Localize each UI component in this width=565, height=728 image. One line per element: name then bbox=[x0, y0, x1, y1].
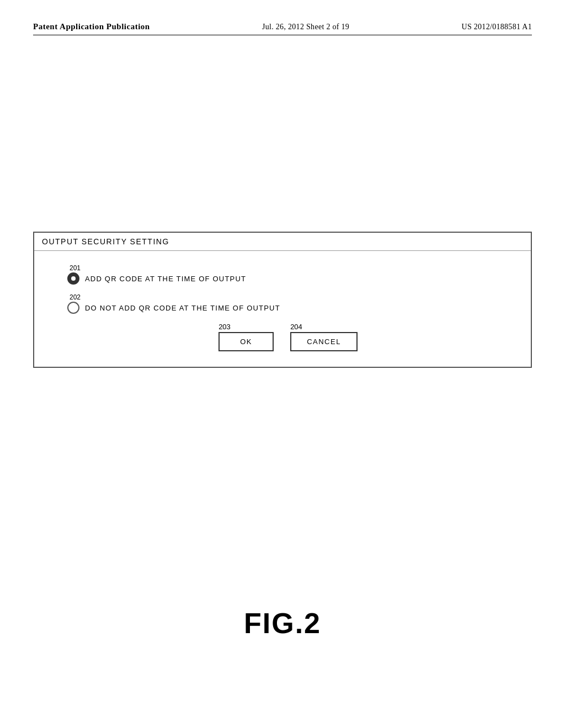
publication-label: Patent Application Publication bbox=[33, 22, 150, 31]
cancel-button-group: 204 CANCEL bbox=[290, 323, 358, 351]
option2-group: 202 DO NOT ADD QR CODE AT THE TIME OF OU… bbox=[67, 293, 509, 314]
option2-label: DO NOT ADD QR CODE AT THE TIME OF OUTPUT bbox=[85, 304, 280, 312]
ref-201: 201 bbox=[70, 264, 509, 272]
option1-label: ADD QR CODE AT THE TIME OF OUTPUT bbox=[85, 275, 246, 283]
radio-option1-selected[interactable] bbox=[67, 272, 79, 285]
date-sheet-label: Jul. 26, 2012 Sheet 2 of 19 bbox=[262, 23, 349, 31]
figure-label: FIG.2 bbox=[0, 607, 565, 640]
radio-option2-empty[interactable] bbox=[67, 302, 79, 314]
dialog-body: 201 ADD QR CODE AT THE TIME OF OUTPUT 20… bbox=[34, 251, 531, 367]
dialog-title: OUTPUT SECURITY SETTING bbox=[34, 233, 531, 251]
ref-204: 204 bbox=[290, 323, 302, 331]
cancel-button[interactable]: CANCEL bbox=[290, 332, 358, 351]
option2-row[interactable]: DO NOT ADD QR CODE AT THE TIME OF OUTPUT bbox=[67, 302, 509, 314]
page-header: Patent Application Publication Jul. 26, … bbox=[33, 22, 532, 35]
ref-202: 202 bbox=[70, 293, 509, 301]
option1-row[interactable]: ADD QR CODE AT THE TIME OF OUTPUT bbox=[67, 272, 509, 285]
output-security-dialog: OUTPUT SECURITY SETTING 201 ADD QR CODE … bbox=[33, 232, 532, 368]
ok-button-group: 203 OK bbox=[218, 323, 274, 351]
option1-group: 201 ADD QR CODE AT THE TIME OF OUTPUT bbox=[67, 264, 509, 285]
patent-number-label: US 2012/0188581 A1 bbox=[461, 23, 532, 31]
ok-button[interactable]: OK bbox=[218, 332, 274, 351]
buttons-row: 203 OK 204 CANCEL bbox=[67, 323, 509, 351]
ref-203: 203 bbox=[218, 323, 231, 331]
